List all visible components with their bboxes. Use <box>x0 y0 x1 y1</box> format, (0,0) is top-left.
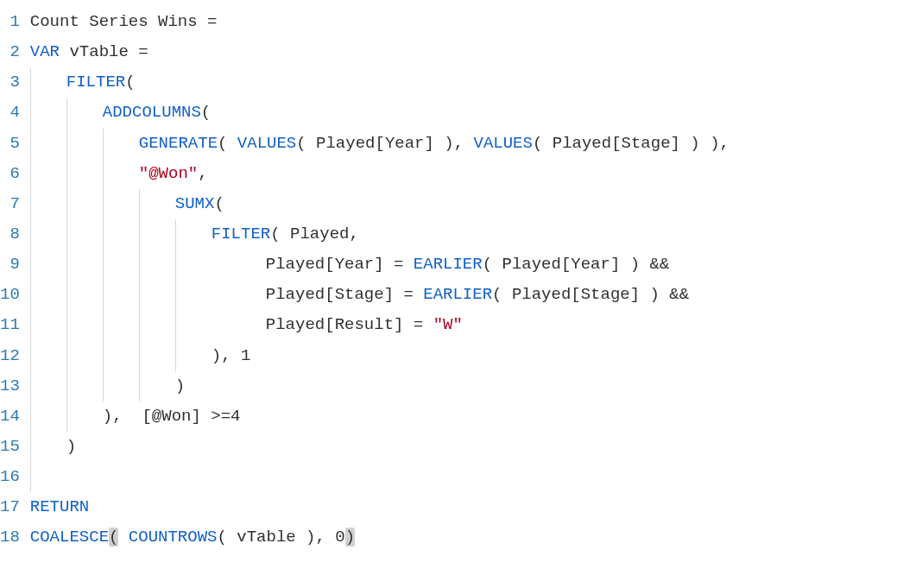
token-op: , <box>198 164 207 183</box>
code-text: ), 1 <box>30 346 251 365</box>
code-line[interactable]: ), 1 <box>30 341 903 371</box>
line-number: 14 <box>0 401 20 432</box>
code-line[interactable]: Count Series Wins = <box>30 7 903 37</box>
token-kw: VAR <box>30 42 60 61</box>
token-plain: ), <box>212 346 241 365</box>
token-op: = <box>207 12 217 31</box>
token-plain: ( Played[Year] ), <box>296 134 473 153</box>
line-number-gutter: 123456789101112131415161718 <box>0 7 30 553</box>
token-plain: ( Played, <box>270 224 359 243</box>
token-op: ( <box>218 134 237 153</box>
token-plain: Played[Stage] <box>266 285 404 304</box>
token-op: ( <box>214 194 224 213</box>
token-fn: VALUES <box>474 134 533 153</box>
code-line[interactable]: FILTER( <box>30 67 903 98</box>
line-number: 1 <box>0 7 20 37</box>
code-line[interactable]: ADDCOLUMNS( <box>30 98 903 128</box>
token-fn: EARLIER <box>423 285 492 304</box>
code-line[interactable]: ) <box>30 432 903 462</box>
token-num: 0 <box>335 528 344 547</box>
token-op: >= <box>211 407 230 426</box>
line-number: 16 <box>0 462 20 492</box>
code-line[interactable]: Played[Year] = EARLIER( Played[Year] ) &… <box>30 250 903 280</box>
token-plain: ( vTable ), <box>217 528 335 547</box>
token-kw: RETURN <box>30 497 89 516</box>
token-plain: ( Played[Stage] ) && <box>492 285 689 304</box>
token-op: ( <box>109 528 118 547</box>
code-text: VAR vTable = <box>30 42 148 61</box>
code-text: Played[Year] = EARLIER( Played[Year] ) &… <box>30 255 670 274</box>
code-line[interactable]: Played[Result] = "W" <box>30 310 903 340</box>
token-fn: ADDCOLUMNS <box>103 103 201 122</box>
code-text: FILTER( Played, <box>30 224 359 243</box>
code-text: Played[Stage] = EARLIER( Played[Stage] )… <box>30 285 689 304</box>
token-num: 4 <box>230 407 240 426</box>
indent-guide <box>30 462 31 492</box>
line-number: 15 <box>0 432 20 462</box>
code-line[interactable]: "@Won", <box>30 159 903 189</box>
token-fn: SUMX <box>175 194 215 213</box>
code-line[interactable] <box>30 462 903 492</box>
token-fn: EARLIER <box>414 255 483 274</box>
code-line[interactable]: SUMX( <box>30 189 903 219</box>
code-editor[interactable]: 123456789101112131415161718 Count Series… <box>0 7 903 553</box>
code-text: FILTER( <box>30 73 136 92</box>
token-fn: COALESCE <box>30 528 109 547</box>
line-number: 17 <box>0 492 20 522</box>
code-text: "@Won", <box>30 164 208 183</box>
token-fn: COUNTROWS <box>129 528 218 547</box>
token-op: ) <box>345 528 355 547</box>
token-op: ( <box>201 103 211 122</box>
token-op: = <box>403 285 413 304</box>
code-text: SUMX( <box>30 194 224 213</box>
token-plain: vTable <box>60 42 138 61</box>
token-num: 1 <box>241 346 250 365</box>
code-text: Count Series Wins = <box>30 12 218 31</box>
token-plain: Played[Result] <box>266 315 414 334</box>
token-op: = <box>394 255 403 274</box>
token-fn: VALUES <box>237 134 296 153</box>
code-line[interactable]: RETURN <box>30 492 903 522</box>
code-area[interactable]: Count Series Wins =VAR vTable =FILTER(AD… <box>30 7 903 553</box>
token-str: "@Won" <box>139 164 198 183</box>
code-text: COALESCE( COUNTROWS( vTable ), 0) <box>30 528 355 547</box>
token-plain: ), [@Won] <box>103 407 211 426</box>
code-line[interactable]: COALESCE( COUNTROWS( vTable ), 0) <box>30 522 903 553</box>
token-plain: Played[Year] <box>266 255 394 274</box>
line-number: 11 <box>0 310 20 340</box>
line-number: 6 <box>0 159 20 189</box>
token-plain <box>423 315 433 334</box>
line-number: 13 <box>0 371 20 401</box>
line-number: 10 <box>0 280 20 310</box>
code-text: ), [@Won] >=4 <box>30 407 241 426</box>
token-plain <box>118 528 128 547</box>
code-text: RETURN <box>30 497 89 516</box>
token-plain <box>403 255 413 274</box>
line-number: 12 <box>0 341 20 371</box>
line-number: 8 <box>0 219 20 250</box>
token-plain: ( Played[Year] ) && <box>483 255 670 274</box>
code-line[interactable]: ), [@Won] >=4 <box>30 401 903 432</box>
line-number: 7 <box>0 189 20 219</box>
line-number: 9 <box>0 250 20 280</box>
line-number: 3 <box>0 67 20 98</box>
token-fn: GENERATE <box>139 134 218 153</box>
code-text: ) <box>30 376 185 395</box>
code-line[interactable]: Played[Stage] = EARLIER( Played[Stage] )… <box>30 280 903 310</box>
token-op: ( <box>125 73 135 92</box>
code-text: GENERATE( VALUES( Played[Year] ), VALUES… <box>30 134 729 153</box>
token-fn: FILTER <box>212 224 270 243</box>
token-op: = <box>138 42 148 61</box>
line-number: 5 <box>0 129 20 159</box>
line-number: 2 <box>0 37 20 67</box>
token-plain <box>414 285 423 304</box>
code-line[interactable]: GENERATE( VALUES( Played[Year] ), VALUES… <box>30 129 903 159</box>
code-text: Played[Result] = "W" <box>30 315 463 334</box>
code-text: ) <box>30 437 76 456</box>
code-line[interactable]: FILTER( Played, <box>30 219 903 250</box>
line-number: 4 <box>0 98 20 128</box>
code-line[interactable]: ) <box>30 371 903 401</box>
code-line[interactable]: VAR vTable = <box>30 37 903 67</box>
token-fn: FILTER <box>66 73 125 92</box>
token-plain: ( Played[Stage] ) ), <box>533 134 729 153</box>
